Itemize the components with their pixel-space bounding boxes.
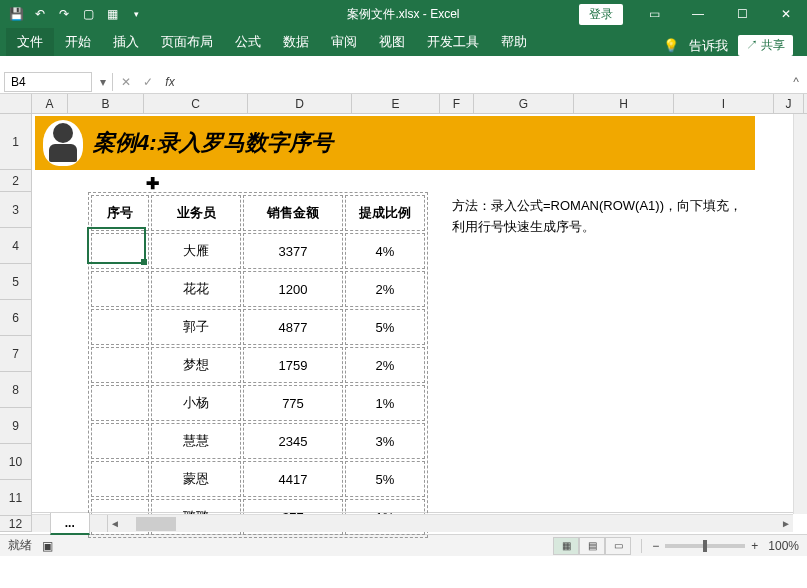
zoom-slider[interactable] <box>665 544 745 548</box>
undo-icon[interactable]: ↶ <box>32 6 48 22</box>
tab-insert[interactable]: 插入 <box>102 28 150 56</box>
vertical-scrollbar[interactable] <box>793 114 807 514</box>
table-cell[interactable]: 1% <box>345 385 425 421</box>
hscroll-thumb[interactable] <box>136 517 176 531</box>
qat-dropdown-icon[interactable]: ▾ <box>128 6 144 22</box>
table-cell[interactable] <box>91 423 149 459</box>
table-cell[interactable] <box>91 347 149 383</box>
minimize-icon[interactable]: — <box>677 0 719 28</box>
ribbon-display-icon[interactable]: ▭ <box>633 0 675 28</box>
zoom-out-icon[interactable]: − <box>652 539 659 553</box>
window-title: 案例文件.xlsx - Excel <box>347 6 459 23</box>
redo-icon[interactable]: ↷ <box>56 6 72 22</box>
tab-view[interactable]: 视图 <box>368 28 416 56</box>
sheet-tab-active[interactable]: ... <box>50 513 90 535</box>
table-cell[interactable]: 4877 <box>243 309 343 345</box>
table-cell[interactable]: 1759 <box>243 347 343 383</box>
table-cell[interactable]: 蒙恩 <box>151 461 241 497</box>
quick-access-toolbar: 💾 ↶ ↷ ▢ ▦ ▾ <box>0 6 152 22</box>
table-cell[interactable]: 慧慧 <box>151 423 241 459</box>
col-header-F[interactable]: F <box>440 94 474 113</box>
qat-icon-1[interactable]: ▢ <box>80 6 96 22</box>
table-cell[interactable]: 4% <box>345 233 425 269</box>
col-header-A[interactable]: A <box>32 94 68 113</box>
collapse-ribbon-icon[interactable]: ^ <box>785 75 807 89</box>
namebox-dropdown-icon[interactable]: ▾ <box>96 75 110 89</box>
table-cell[interactable]: 2% <box>345 347 425 383</box>
table-cell[interactable]: 3% <box>345 423 425 459</box>
col-header-G[interactable]: G <box>474 94 574 113</box>
view-normal-icon[interactable]: ▦ <box>553 537 579 555</box>
row-header-8[interactable]: 8 <box>0 372 31 408</box>
col-header-E[interactable]: E <box>352 94 440 113</box>
row-header-7[interactable]: 7 <box>0 336 31 372</box>
row-header-11[interactable]: 11 <box>0 480 31 516</box>
tab-file[interactable]: 文件 <box>6 28 54 56</box>
row-header-6[interactable]: 6 <box>0 300 31 336</box>
tab-review[interactable]: 审阅 <box>320 28 368 56</box>
table-cell[interactable] <box>91 271 149 307</box>
save-icon[interactable]: 💾 <box>8 6 24 22</box>
table-cell[interactable]: 2% <box>345 271 425 307</box>
col-header-J[interactable]: J <box>774 94 804 113</box>
table-cell[interactable]: 775 <box>243 385 343 421</box>
macro-record-icon[interactable]: ▣ <box>42 539 53 553</box>
row-header-2[interactable]: 2 <box>0 170 31 192</box>
formula-input[interactable] <box>181 80 785 84</box>
tab-developer[interactable]: 开发工具 <box>416 28 490 56</box>
tab-help[interactable]: 帮助 <box>490 28 538 56</box>
maximize-icon[interactable]: ☐ <box>721 0 763 28</box>
table-cell[interactable]: 1200 <box>243 271 343 307</box>
scroll-right-icon[interactable]: ► <box>779 517 793 531</box>
cursor-plus-icon: ✚ <box>146 174 162 190</box>
row-header-10[interactable]: 10 <box>0 444 31 480</box>
table-cell[interactable]: 梦想 <box>151 347 241 383</box>
view-pagebreak-icon[interactable]: ▭ <box>605 537 631 555</box>
col-header-I[interactable]: I <box>674 94 774 113</box>
login-button[interactable]: 登录 <box>579 4 623 25</box>
tellme-label[interactable]: 告诉我 <box>689 37 728 55</box>
col-header-H[interactable]: H <box>574 94 674 113</box>
table-cell[interactable]: 3377 <box>243 233 343 269</box>
view-pagelayout-icon[interactable]: ▤ <box>579 537 605 555</box>
lightbulb-icon[interactable]: 💡 <box>663 38 679 53</box>
table-cell[interactable]: 花花 <box>151 271 241 307</box>
row-header-4[interactable]: 4 <box>0 228 31 264</box>
table-cell[interactable] <box>91 385 149 421</box>
name-box[interactable] <box>4 72 92 92</box>
table-cell[interactable]: 小杨 <box>151 385 241 421</box>
cancel-icon[interactable]: ✕ <box>115 75 137 89</box>
row-header-5[interactable]: 5 <box>0 264 31 300</box>
table-cell[interactable] <box>91 309 149 345</box>
fx-icon[interactable]: fx <box>159 75 181 89</box>
tab-data[interactable]: 数据 <box>272 28 320 56</box>
hscroll-track[interactable] <box>136 517 765 531</box>
scroll-left-icon[interactable]: ◄ <box>108 517 122 531</box>
table-cell[interactable]: 4417 <box>243 461 343 497</box>
table-cell[interactable]: 2345 <box>243 423 343 459</box>
cells-grid[interactable]: 案例4:录入罗马数字序号 ✚ 序号业务员销售金额提成比例 大雁33774%花花1… <box>32 114 807 532</box>
tab-home[interactable]: 开始 <box>54 28 102 56</box>
row-header-12[interactable]: 12 <box>0 516 31 532</box>
tab-formulas[interactable]: 公式 <box>224 28 272 56</box>
share-button[interactable]: ↗ 共享 <box>738 35 793 56</box>
row-header-9[interactable]: 9 <box>0 408 31 444</box>
tab-layout[interactable]: 页面布局 <box>150 28 224 56</box>
col-header-C[interactable]: C <box>144 94 248 113</box>
table-cell[interactable]: 5% <box>345 309 425 345</box>
row-header-3[interactable]: 3 <box>0 192 31 228</box>
table-cell[interactable]: 郭子 <box>151 309 241 345</box>
table-cell[interactable]: 大雁 <box>151 233 241 269</box>
select-all-corner[interactable] <box>0 94 32 114</box>
qat-icon-2[interactable]: ▦ <box>104 6 120 22</box>
table-cell[interactable] <box>91 461 149 497</box>
zoom-in-icon[interactable]: + <box>751 539 758 553</box>
row-header-1[interactable]: 1 <box>0 114 31 170</box>
zoom-level[interactable]: 100% <box>768 539 799 553</box>
col-header-D[interactable]: D <box>248 94 352 113</box>
close-icon[interactable]: ✕ <box>765 0 807 28</box>
table-cell[interactable]: 5% <box>345 461 425 497</box>
enter-icon[interactable]: ✓ <box>137 75 159 89</box>
table-cell[interactable] <box>91 233 149 269</box>
col-header-B[interactable]: B <box>68 94 144 113</box>
